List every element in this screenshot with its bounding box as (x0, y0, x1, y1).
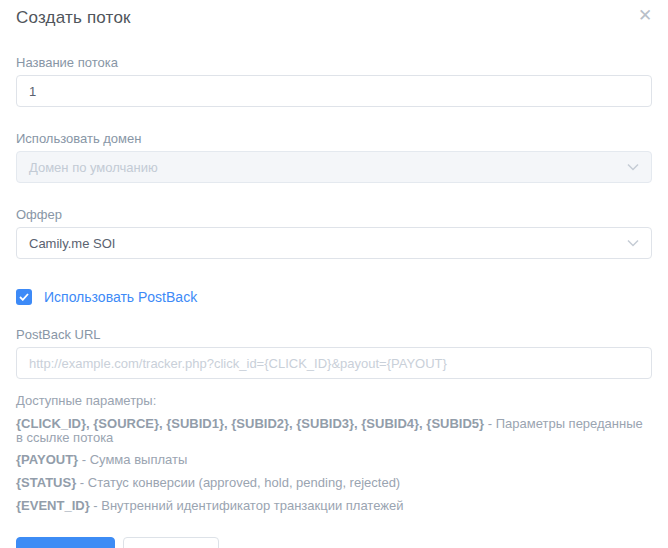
param-token: {EVENT_ID} (16, 498, 90, 513)
postback-url-group: PostBack URL (16, 327, 652, 379)
param-line-event-id: {EVENT_ID} - Внутренний идентификатор тр… (16, 499, 652, 513)
domain-select: Домен по умолчанию (16, 151, 652, 183)
dialog-footer: Создать Отмена (16, 537, 652, 548)
param-line-click-id: {CLICK_ID}, {SOURCE}, {SUBID1}, {SUBID2}… (16, 417, 652, 444)
param-line-payout: {PAYOUT} - Сумма выплаты (16, 453, 652, 467)
create-button[interactable]: Создать (16, 537, 115, 548)
cancel-button[interactable]: Отмена (123, 537, 219, 548)
offer-select-value: Camily.me SOI (29, 236, 115, 251)
params-heading: Доступные параметры: (16, 393, 652, 408)
offer-select[interactable]: Camily.me SOI (16, 227, 652, 259)
stream-name-label: Название потока (16, 55, 652, 70)
stream-name-group: Название потока (16, 55, 652, 107)
param-description: - Сумма выплаты (78, 452, 187, 467)
postback-url-input[interactable] (16, 347, 652, 379)
offer-group: Оффер Camily.me SOI (16, 207, 652, 259)
available-params-help: Доступные параметры: {CLICK_ID}, {SOURCE… (16, 393, 652, 512)
create-stream-dialog: Создать поток ✕ Название потока Использо… (0, 0, 668, 548)
checkbox-checked-icon[interactable] (16, 289, 32, 305)
offer-label: Оффер (16, 207, 652, 222)
close-icon[interactable]: ✕ (634, 4, 656, 26)
use-postback-toggle[interactable]: Использовать PostBack (16, 289, 652, 305)
postback-url-label: PostBack URL (16, 327, 652, 342)
stream-name-input[interactable] (16, 75, 652, 107)
domain-select-value: Домен по умолчанию (29, 160, 158, 175)
dialog-title: Создать поток (16, 8, 652, 28)
param-line-status: {STATUS} - Статус конверсии (approved, h… (16, 476, 652, 490)
chevron-down-icon (627, 163, 639, 171)
domain-label: Использовать домен (16, 131, 652, 146)
use-postback-label[interactable]: Использовать PostBack (44, 289, 197, 305)
param-description: - Внутренний идентификатор транзакции пл… (90, 498, 404, 513)
chevron-down-icon (627, 239, 639, 247)
param-description: - Статус конверсии (approved, hold, pend… (76, 475, 400, 490)
param-token: {PAYOUT} (16, 452, 78, 467)
param-token: {STATUS} (16, 475, 76, 490)
domain-group: Использовать домен Домен по умолчанию (16, 131, 652, 183)
